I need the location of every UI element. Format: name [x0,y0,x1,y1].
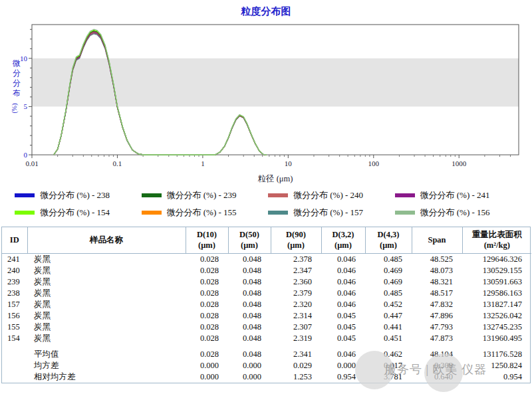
cell-value: 0.308 [412,360,462,371]
cell-id: 238 [2,288,27,299]
legend-label: 微分分布 (%) - 157 [293,207,363,219]
cell-value: 0.954 [321,371,365,383]
cell-value: 1.253 [271,371,321,383]
legend-label: 微分分布 (%) - 155 [167,207,237,219]
cell-value: 0.441 [365,322,412,333]
y-axis-label: 布 [13,88,21,98]
stats-label: 均方差 [27,360,186,371]
cell-value: 48.104 [412,349,462,360]
cell-value: 2.360 [271,276,321,288]
cell-value: 2.307 [271,322,321,333]
cell-value: 0.048 [228,265,271,276]
table-row: 238炭黑0.0280.0482.3790.0460.48548.5171295… [2,288,531,299]
cell-value: 0.640 [412,371,462,383]
cell-value: 0.048 [228,333,271,344]
column-header: D(50)(μm) [228,227,271,253]
cell-value: 0.469 [365,276,412,288]
cell-value: 0.045 [321,333,365,344]
table-row: 157炭黑0.0280.0482.3200.0460.45247.8321318… [2,299,531,310]
table-body: 241炭黑0.0280.0482.3780.0460.48548.5251296… [2,253,531,344]
stats-row: 相对均方差0.0000.0001.2530.9543.7810.6400.954 [2,371,531,383]
table-row: 240炭黑0.0280.0482.3470.0460.46948.0731305… [2,265,531,276]
cell-value: 0.000 [228,371,271,383]
legend-label: 微分分布 (%) - 154 [40,207,110,219]
cell-value: 0.048 [228,349,271,360]
cell-value: 0.000 [186,360,228,371]
cell-value: 131827.147 [462,299,531,310]
cell-value: 0.045 [321,322,365,333]
cell-id: 239 [2,276,27,288]
report-page: 粒度分布图 0.010.111010010000510粒径 (μm)微分分布(%… [0,0,532,396]
cell-value: 0.451 [365,333,412,344]
cell-value: 0.000 [186,371,228,383]
cell-id: 154 [2,333,27,344]
legend-item-157: 微分分布 (%) - 157 [268,207,392,219]
cell-value: 0.048 [228,310,271,322]
cell-value: 0.485 [365,253,412,265]
stats-row: 平均值0.0280.0482.3410.0460.46248.104131176… [2,349,531,360]
particle-size-distribution-chart: 0.010.111010010000510粒径 (μm)微分分布(%) [8,19,524,184]
legend-swatch-icon [15,193,35,197]
cell-id: 155 [2,322,27,333]
legend-label: 微分分布 (%) - 241 [420,189,490,201]
cell-value: 0.028 [186,288,228,299]
cell-value: 0.046 [321,265,365,276]
cell-value: 0.045 [321,310,365,322]
cell-value: 129586.163 [462,288,531,299]
cell-value: 0.028 [186,322,228,333]
cell-value: 0.452 [365,299,412,310]
y-tick-label: 5 [24,102,28,110]
column-header: D(3,2)(μm) [321,227,365,253]
column-header: Span [412,227,462,253]
cell-empty [2,360,27,371]
legend-item-154: 微分分布 (%) - 154 [15,207,139,219]
cell-value: 0.046 [321,253,365,265]
cell-id: 240 [2,265,27,276]
cell-value: 47.793 [412,322,462,333]
cell-id: 157 [2,299,27,310]
column-header: 样品名称 [27,227,186,253]
cell-empty [2,371,27,383]
table-row: 241炭黑0.0280.0482.3780.0460.48548.5251296… [2,253,531,265]
cell-value: 130591.663 [462,276,531,288]
legend-swatch-icon [142,211,162,215]
column-header: D(10)(μm) [186,227,228,253]
table-row: 155炭黑0.0280.0482.3070.0450.44147.7931327… [2,322,531,333]
cell-value: 1250.824 [462,360,531,371]
x-tick-label: 0.01 [25,159,38,167]
table-header-row: ID样品名称D(10)(μm)D(50)(μm)D(90)(μm)D(3,2)(… [2,227,531,253]
page-title: 粒度分布图 [0,0,532,18]
legend-swatch-icon [268,193,288,197]
y-tick-label: 10 [20,54,28,62]
cell-value: 2.320 [271,299,321,310]
cell-value: 3.781 [365,371,412,383]
legend-swatch-icon [395,193,415,197]
cell-value: 0.028 [186,310,228,322]
cell-value: 47.896 [412,310,462,322]
column-header: D(90)(μm) [271,227,321,253]
results-table-wrap: ID样品名称D(10)(μm)D(50)(μm)D(90)(μm)D(3,2)(… [1,227,531,383]
stats-label: 相对均方差 [27,371,186,383]
y-axis-label-unit: (%) [11,104,19,114]
cell-value: 0.048 [228,253,271,265]
legend-item-239: 微分分布 (%) - 239 [142,189,266,201]
legend-label: 微分分布 (%) - 156 [420,207,490,219]
table-row: 239炭黑0.0280.0482.3600.0460.46948.3211305… [2,276,531,288]
cell-value: 2.347 [271,265,321,276]
cell-value: 129646.326 [462,253,531,265]
legend-item-155: 微分分布 (%) - 155 [142,207,266,219]
legend-label: 微分分布 (%) - 238 [40,189,110,201]
cell-value: 2.379 [271,288,321,299]
table-row: 156炭黑0.0280.0482.3140.0450.44747.8961325… [2,310,531,322]
cell-value: 0.048 [228,299,271,310]
x-tick-label: 1 [201,159,205,167]
y-tick-label: 0 [24,151,28,159]
cell-value: 0.485 [365,288,412,299]
x-tick-label: 100 [368,159,380,167]
cell-value: 0.000 [228,360,271,371]
cell-value: 0.048 [228,276,271,288]
legend-swatch-icon [395,211,415,215]
chart-legend: 微分分布 (%) - 238微分分布 (%) - 239微分分布 (%) - 2… [0,184,532,219]
cell-value: 0.028 [186,333,228,344]
y-axis-label: 微 [12,58,21,68]
